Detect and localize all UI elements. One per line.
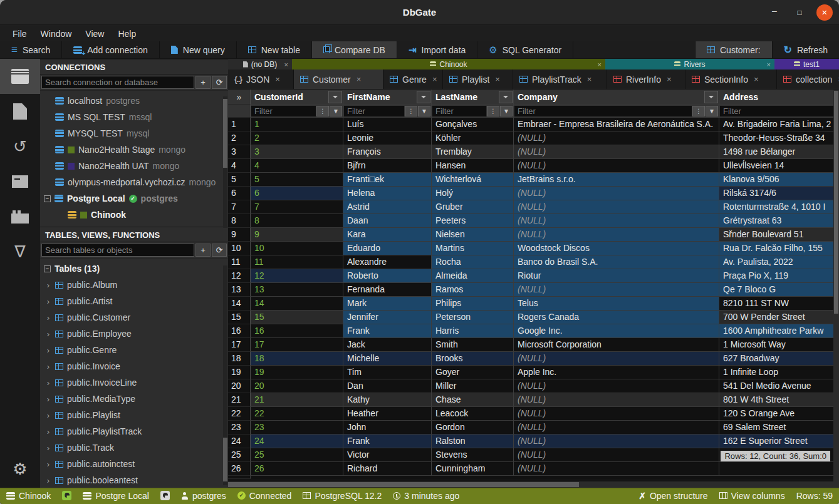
connection-nano2health-uat[interactable]: Nano2Health UATmongo — [40, 158, 228, 174]
cell-firstname[interactable]: John — [343, 421, 432, 435]
cell-company[interactable]: Rogers Canada — [514, 311, 719, 324]
cell-company[interactable]: Microsoft Corporation — [514, 338, 719, 352]
cell-company[interactable]: (NULL) — [514, 462, 719, 476]
cell-customerid[interactable]: 15 — [251, 311, 343, 324]
rail-history[interactable]: ↺ — [0, 129, 40, 164]
connection-ms-sql-test[interactable]: MS SQL TESTmssql — [40, 109, 228, 125]
compare-db-button[interactable]: Compare DB — [312, 41, 397, 58]
rail-query-designer[interactable]: ∇ — [0, 234, 40, 269]
rail-files[interactable] — [0, 94, 40, 129]
filter-input[interactable]: Filter — [514, 106, 692, 116]
filter-options-button[interactable]: ⋮ — [487, 106, 499, 116]
tab-json[interactable]: {..}JSON× — [228, 69, 294, 89]
cell-company[interactable]: Riotur — [514, 269, 719, 283]
close-tab-icon[interactable]: × — [667, 75, 672, 84]
customer-tab-button[interactable]: Customer: — [695, 41, 772, 58]
close-button[interactable]: × — [816, 4, 833, 21]
row-number[interactable]: 9 — [228, 228, 251, 242]
search-button[interactable]: ≡Search — [0, 41, 62, 58]
row-number[interactable]: 21 — [228, 393, 251, 407]
cell-lastname[interactable]: Almeida — [432, 269, 514, 283]
cell-lastname[interactable]: Rocha — [432, 255, 514, 269]
column-header-company[interactable]: Company — [514, 90, 719, 105]
table-item-public-employee[interactable]: ›public.Employee — [40, 326, 228, 342]
close-tab-icon[interactable]: × — [587, 75, 592, 84]
cell-firstname[interactable]: Jack — [343, 338, 432, 352]
cell-firstname[interactable]: Heather — [343, 407, 432, 421]
refresh-button[interactable]: ↻Refresh — [772, 41, 839, 58]
cell-firstname[interactable]: Mark — [343, 297, 432, 311]
expand-chevron-icon[interactable]: › — [45, 394, 51, 404]
filter-funnel-button[interactable]: ▼ — [706, 106, 718, 116]
status-view-columns[interactable]: View columns — [719, 491, 785, 501]
cell-lastname[interactable]: Harris — [432, 324, 514, 338]
row-number[interactable]: 4 — [228, 159, 251, 173]
cell-company[interactable]: (NULL) — [514, 283, 719, 297]
tables-add-button[interactable]: + — [195, 244, 211, 257]
status-server-version[interactable]: PostgreSQL 12.2 — [303, 491, 382, 501]
tab-playlisttrack[interactable]: PlaylistTrack× — [513, 69, 607, 89]
cell-firstname[interactable]: Fernanda — [343, 283, 432, 297]
row-number[interactable]: 3 — [228, 145, 251, 159]
row-number[interactable]: 20 — [228, 379, 251, 393]
filter-input[interactable]: Filter — [720, 106, 838, 116]
table-item-public-autoinctest[interactable]: ›public.autoinctest — [40, 456, 228, 472]
connections-add-button[interactable]: + — [195, 76, 211, 89]
tables-refresh-button[interactable]: ⟳ — [212, 244, 227, 257]
row-number[interactable]: 18 — [228, 352, 251, 366]
cell-firstname[interactable]: Dan — [343, 379, 432, 393]
cell-customerid[interactable]: 19 — [251, 366, 343, 379]
cell-company[interactable]: (NULL) — [514, 407, 719, 421]
row-number[interactable]: 24 — [228, 435, 251, 448]
row-number[interactable]: 15 — [228, 311, 251, 324]
cell-company[interactable]: (NULL) — [514, 228, 719, 242]
tables-root[interactable]: −Tables (13) — [40, 260, 228, 277]
cell-address[interactable]: Rilská 3174/6 — [719, 187, 839, 200]
cell-customerid[interactable]: 21 — [251, 393, 343, 407]
cell-address[interactable]: Av. Brigadeiro Faria Lima, 2 — [719, 118, 839, 131]
cell-company[interactable]: (NULL) — [514, 200, 719, 214]
cell-address[interactable]: 1600 Amphitheatre Parkw — [719, 324, 839, 338]
row-number[interactable]: 8 — [228, 214, 251, 228]
cell-customerid[interactable]: 18 — [251, 352, 343, 366]
row-number[interactable]: 1 — [228, 118, 251, 131]
tab-sectioninfo[interactable]: SectionInfo× — [685, 69, 777, 89]
cell-company[interactable]: Banco do Brasil S.A. — [514, 255, 719, 269]
row-number[interactable]: 2 — [228, 131, 251, 145]
cell-firstname[interactable]: Victor — [343, 448, 432, 462]
import-data-button[interactable]: ⇥Import data — [397, 41, 477, 58]
cell-address[interactable]: 627 Broadway — [719, 352, 839, 366]
cell-firstname[interactable]: François — [343, 145, 432, 159]
table-item-public-artist[interactable]: ›public.Artist — [40, 293, 228, 309]
cell-customerid[interactable]: 11 — [251, 255, 343, 269]
cell-company[interactable]: (NULL) — [514, 159, 719, 173]
column-menu-button[interactable] — [499, 91, 513, 103]
settings-gear-icon[interactable]: ⚙ — [0, 460, 40, 479]
status-db-color-chip[interactable] — [62, 491, 71, 500]
tables-scrollbar[interactable] — [223, 265, 227, 485]
cell-lastname[interactable]: Gonçalves — [432, 118, 514, 131]
cell-address[interactable]: 69 Salem Street — [719, 421, 839, 435]
status-conn-color-chip[interactable] — [160, 491, 170, 500]
cell-address[interactable] — [719, 462, 839, 476]
cell-address[interactable]: Praça Pio X, 119 — [719, 269, 839, 283]
cell-address[interactable]: Rua Dr. Falcăo Filho, 155 — [719, 242, 839, 255]
cell-customerid[interactable]: 1 — [251, 118, 343, 131]
tab-playlist[interactable]: Playlist× — [443, 69, 513, 89]
collapse-toggle[interactable]: − — [44, 265, 51, 272]
row-number[interactable]: 17 — [228, 338, 251, 352]
cell-firstname[interactable]: Alexandre — [343, 255, 432, 269]
cell-firstname[interactable]: Kathy — [343, 393, 432, 407]
connection-mysql-test[interactable]: MYSQL TESTmysql — [40, 125, 228, 141]
rail-databases[interactable] — [0, 59, 40, 94]
cell-company[interactable]: (NULL) — [514, 145, 719, 159]
close-tab-icon[interactable]: × — [275, 75, 280, 84]
grid-vertical-scrollbar[interactable] — [833, 90, 839, 488]
table-item-public-mediatype[interactable]: ›public.MediaType — [40, 391, 228, 407]
filter-funnel-button[interactable]: ▼ — [418, 106, 430, 116]
filter-options-button[interactable]: ⋮ — [405, 106, 417, 116]
cell-firstname[interactable]: Eduardo — [343, 242, 432, 255]
column-menu-button[interactable] — [417, 91, 430, 103]
cell-firstname[interactable]: Franti□ek — [343, 173, 432, 187]
cell-address[interactable]: 700 W Pender Street — [719, 311, 839, 324]
